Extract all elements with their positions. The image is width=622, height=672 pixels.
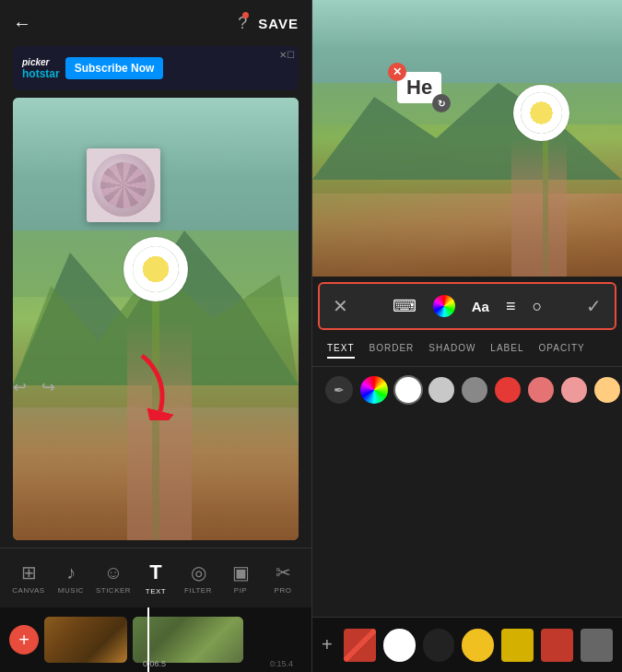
hotstar-text: hotstar bbox=[22, 67, 60, 80]
filter-icon: ◎ bbox=[191, 561, 206, 584]
color-red[interactable] bbox=[495, 377, 521, 403]
edit-confirm-button[interactable]: ✓ bbox=[586, 295, 602, 317]
color-palette: ✒ bbox=[312, 367, 622, 413]
clip1-thumbnail bbox=[44, 617, 127, 663]
pip-label: PIP bbox=[234, 586, 247, 595]
notification-dot bbox=[242, 12, 249, 18]
text-icon: T bbox=[149, 560, 161, 584]
sticker-icon: ☺ bbox=[104, 562, 123, 584]
toolbar-canvas[interactable]: ⊞ CANVAS bbox=[10, 561, 47, 595]
filter-label: FILTER bbox=[184, 586, 212, 595]
color-white[interactable] bbox=[395, 377, 421, 403]
clip2-thumbnail bbox=[133, 617, 243, 663]
sticker-delete-btn[interactable]: ✕ bbox=[388, 63, 406, 81]
timeline-clip-2[interactable] bbox=[133, 617, 243, 663]
color-peach[interactable] bbox=[594, 377, 620, 403]
undo-button[interactable]: ↩ bbox=[13, 377, 27, 397]
timeline-time-current: 0:06.5 bbox=[143, 659, 166, 668]
right-mountain-svg bbox=[312, 41, 622, 180]
sticker-label: STICKER bbox=[96, 586, 131, 595]
tab-text[interactable]: TEXT bbox=[327, 343, 355, 359]
canvas-label: CANVAS bbox=[12, 586, 44, 595]
sticker-circle bbox=[92, 154, 155, 217]
tab-label[interactable]: LABEL bbox=[490, 343, 523, 359]
shape-white-pill[interactable] bbox=[383, 629, 416, 662]
sticker-photo bbox=[87, 148, 160, 222]
add-clip-button[interactable]: + bbox=[9, 625, 39, 654]
bottom-toolbar: ⊞ CANVAS ♪ MUSIC ☺ STICKER T TEXT ◎ FILT… bbox=[0, 548, 311, 607]
color-salmon[interactable] bbox=[561, 377, 587, 403]
flower-head bbox=[128, 242, 183, 297]
right-panel: ✕ He ↻ ✕ ⌨ Aa ≡ ○ ✓ TEXT BORDER SHADOW L… bbox=[311, 0, 622, 672]
keyboard-button[interactable]: ⌨ bbox=[393, 296, 417, 316]
ad-close-icon[interactable]: ✕☐ bbox=[279, 50, 295, 60]
color-gray[interactable] bbox=[462, 377, 487, 403]
shapes-bar: + bbox=[312, 617, 622, 672]
canvas-icon: ⊞ bbox=[21, 561, 37, 584]
edit-tools-group: ⌨ Aa ≡ ○ bbox=[393, 295, 543, 317]
svg-marker-3 bbox=[312, 83, 622, 180]
shape-slash[interactable] bbox=[344, 629, 376, 662]
disney-logo: picker hotstar bbox=[22, 57, 60, 80]
music-label: MUSIC bbox=[58, 586, 84, 595]
timeline-clip-1[interactable] bbox=[44, 617, 127, 663]
shape-yellow-rect[interactable] bbox=[501, 629, 534, 662]
text-sticker[interactable]: ✕ He ↻ bbox=[397, 72, 441, 103]
pip-icon: ▣ bbox=[232, 561, 250, 584]
text-sticker-content: He bbox=[406, 76, 432, 99]
back-button[interactable]: ← bbox=[13, 13, 31, 34]
shape-red-rect[interactable] bbox=[541, 629, 573, 662]
toolbar-music[interactable]: ♪ MUSIC bbox=[53, 562, 89, 595]
shape-gray-rect[interactable] bbox=[581, 629, 613, 662]
toolbar-sticker[interactable]: ☺ STICKER bbox=[95, 562, 132, 595]
rainbow-swatch[interactable] bbox=[360, 376, 388, 404]
left-video-preview: ↩ ↪ bbox=[13, 98, 299, 540]
undo-redo-area: ↩ ↪ bbox=[13, 377, 55, 397]
eyedropper-button[interactable]: ✒ bbox=[325, 376, 353, 404]
toolbar-filter[interactable]: ◎ FILTER bbox=[180, 561, 217, 595]
timeline-time-total: 0:15.4 bbox=[270, 659, 293, 668]
help-button[interactable]: ? bbox=[238, 14, 247, 33]
toolbar-text[interactable]: T TEXT bbox=[137, 560, 174, 595]
font-button[interactable]: Aa bbox=[472, 299, 489, 314]
right-flower-head bbox=[516, 88, 567, 138]
shapes-add-button[interactable]: + bbox=[322, 634, 333, 655]
pro-icon: ✂ bbox=[276, 561, 291, 584]
tab-border[interactable]: BORDER bbox=[370, 343, 415, 359]
redo-button[interactable]: ↪ bbox=[41, 377, 55, 397]
left-header: ← ? SAVE bbox=[0, 0, 311, 46]
shape-black-pill[interactable] bbox=[423, 629, 455, 662]
toolbar-pro[interactable]: ✂ PRO bbox=[264, 561, 301, 595]
shape-yellow-pill[interactable] bbox=[462, 629, 494, 662]
tab-opacity[interactable]: OPACITY bbox=[539, 343, 585, 359]
timeline: + 0:06.5 0:15.4 bbox=[0, 607, 311, 672]
text-edit-bar: ✕ ⌨ Aa ≡ ○ ✓ bbox=[318, 282, 616, 330]
ad-content: picker hotstar Subscribe Now bbox=[22, 57, 163, 80]
tab-shadow[interactable]: SHADOW bbox=[428, 343, 475, 359]
color-coral[interactable] bbox=[528, 377, 554, 403]
brush-button[interactable]: ○ bbox=[532, 297, 542, 316]
header-right: ? SAVE bbox=[238, 14, 299, 33]
toolbar-pip[interactable]: ▣ PIP bbox=[222, 561, 259, 595]
subscribe-button[interactable]: Subscribe Now bbox=[65, 57, 164, 79]
disney-text: picker bbox=[22, 57, 49, 67]
spacer bbox=[312, 413, 622, 617]
color-lightgray[interactable] bbox=[428, 377, 454, 403]
align-button[interactable]: ≡ bbox=[506, 297, 516, 316]
right-video-preview: ✕ He ↻ bbox=[312, 0, 622, 277]
eyedropper-icon: ✒ bbox=[334, 383, 345, 397]
text-option-tabs: TEXT BORDER SHADOW LABEL OPACITY bbox=[312, 336, 622, 367]
pro-label: PRO bbox=[275, 586, 292, 595]
right-hand-area bbox=[511, 138, 567, 277]
edit-close-button[interactable]: ✕ bbox=[333, 295, 348, 317]
sticker-rotate-btn[interactable]: ↻ bbox=[432, 94, 451, 112]
left-panel: ← ? SAVE picker hotstar Subscribe Now ✕☐ bbox=[0, 0, 311, 672]
color-wheel-button[interactable] bbox=[433, 295, 455, 317]
save-button[interactable]: SAVE bbox=[258, 16, 299, 31]
music-icon: ♪ bbox=[66, 562, 76, 584]
hand-area bbox=[127, 319, 192, 540]
text-label: TEXT bbox=[146, 587, 166, 595]
ad-banner: picker hotstar Subscribe Now ✕☐ bbox=[13, 46, 299, 90]
